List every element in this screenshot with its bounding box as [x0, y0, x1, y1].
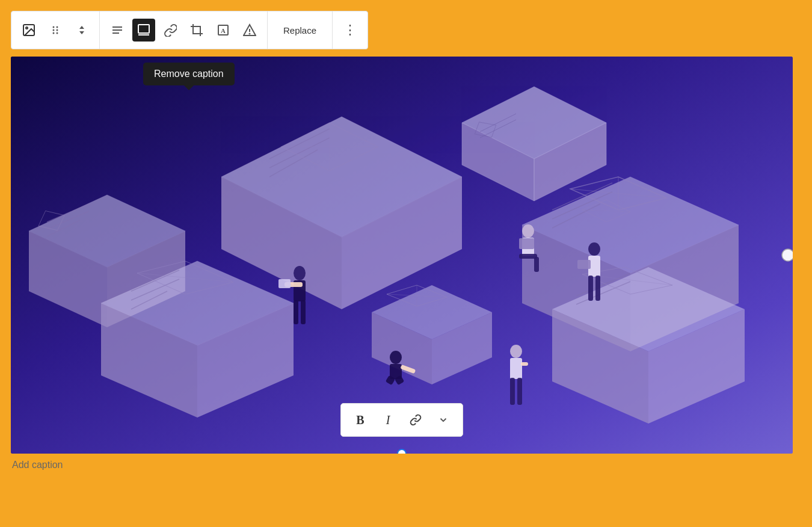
svg-point-95 — [510, 345, 522, 358]
svg-rect-99 — [521, 362, 528, 366]
svg-point-80 — [588, 242, 600, 256]
drag-handle-button[interactable] — [44, 19, 67, 42]
svg-rect-83 — [595, 276, 600, 301]
align-button[interactable] — [106, 19, 129, 42]
remove-caption-tooltip[interactable]: Remove caption — [143, 63, 235, 85]
svg-rect-97 — [510, 378, 515, 405]
toolbar-group-image — [11, 11, 100, 49]
svg-point-7 — [57, 32, 58, 34]
link-button[interactable] — [159, 19, 182, 42]
svg-rect-96 — [510, 358, 522, 379]
svg-rect-89 — [519, 238, 534, 249]
caption-area[interactable]: Add caption — [11, 460, 63, 470]
svg-point-17 — [250, 34, 250, 34]
toolbar-group-format: A — [100, 11, 268, 49]
image-toolbar: A Replace ⋮ — [11, 11, 368, 49]
image-icon-button[interactable] — [17, 19, 40, 42]
svg-point-90 — [390, 351, 402, 364]
caption-button[interactable] — [132, 19, 155, 42]
svg-rect-79 — [278, 279, 291, 288]
svg-point-85 — [522, 224, 534, 238]
bold-text-button[interactable]: B — [348, 408, 372, 432]
svg-point-5 — [57, 29, 58, 31]
caption-link-button[interactable] — [404, 408, 428, 432]
svg-point-2 — [53, 26, 55, 28]
svg-rect-98 — [517, 378, 522, 405]
more-options-button[interactable]: ⋮ — [339, 19, 361, 42]
svg-rect-77 — [301, 300, 306, 324]
svg-point-1 — [26, 27, 28, 29]
svg-text:A: A — [221, 27, 226, 34]
text-overlay-button[interactable]: A — [212, 19, 235, 42]
toolbar-group-replace: Replace — [268, 11, 333, 49]
svg-rect-84 — [577, 260, 591, 269]
svg-point-6 — [53, 32, 55, 34]
image-block: Remove caption — [11, 57, 793, 454]
svg-point-74 — [294, 266, 306, 280]
alert-button[interactable] — [238, 19, 261, 42]
svg-rect-88 — [534, 257, 539, 272]
svg-point-3 — [57, 26, 58, 28]
svg-rect-76 — [294, 300, 298, 324]
caption-placeholder: Add caption — [12, 460, 63, 470]
toolbar-group-more: ⋮ — [333, 11, 368, 49]
crop-button[interactable] — [185, 19, 208, 42]
svg-point-4 — [53, 29, 55, 31]
svg-rect-11 — [138, 25, 149, 33]
caption-text-toolbar: B I — [340, 403, 463, 437]
replace-button[interactable]: Replace — [274, 19, 326, 42]
svg-point-100 — [782, 249, 793, 261]
move-up-down-button[interactable] — [70, 19, 93, 42]
italic-text-button[interactable]: I — [376, 408, 400, 432]
illustration-svg — [11, 57, 793, 454]
caption-more-button[interactable] — [431, 408, 455, 432]
svg-rect-82 — [588, 276, 593, 301]
